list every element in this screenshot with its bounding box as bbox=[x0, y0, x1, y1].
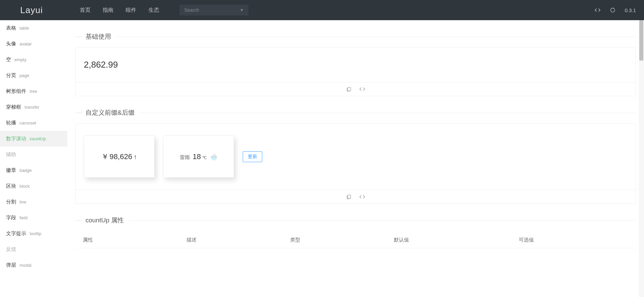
card-number: 18 bbox=[193, 152, 201, 161]
header-right: 0.3.1 bbox=[595, 7, 636, 13]
sidebar-group: 反馈 bbox=[0, 242, 67, 257]
section-title-row: 基础使用 bbox=[75, 32, 636, 41]
sidebar-label-en: field bbox=[20, 215, 28, 220]
sidebar-label-cn: 轮播 bbox=[6, 120, 16, 126]
search-wrap: ▼ bbox=[179, 5, 248, 15]
demo-box-basic: 2,862.99 bbox=[75, 47, 636, 96]
svg-rect-1 bbox=[348, 87, 351, 91]
sidebar-label-cn: 区块 bbox=[6, 183, 16, 189]
col-prop: 属性 bbox=[75, 232, 179, 248]
code-toggle-icon[interactable] bbox=[359, 87, 365, 91]
card-unit: ℃ bbox=[202, 155, 207, 160]
copy-icon[interactable] bbox=[346, 194, 352, 199]
sidebar-label-cn: 表格 bbox=[6, 25, 16, 31]
sidebar-item-field[interactable]: 字段field bbox=[0, 210, 67, 226]
sidebar-item-line[interactable]: 分割line bbox=[0, 194, 67, 210]
sidebar-item-block[interactable]: 区块block bbox=[0, 178, 67, 194]
card-prefix: 雷雨 bbox=[180, 154, 190, 161]
update-button[interactable]: 更新 bbox=[243, 151, 262, 162]
card-value: ￥98,626↑ bbox=[101, 152, 137, 162]
section-title: 自定义前缀&后缀 bbox=[86, 108, 135, 117]
sidebar-item-carousel[interactable]: 轮播carousel bbox=[0, 115, 67, 131]
header: Layui 首页 指南 组件 生态 ▼ 0.3.1 bbox=[0, 0, 644, 20]
nav-home[interactable]: 首页 bbox=[80, 7, 91, 14]
sidebar-label-en: transfer bbox=[25, 105, 39, 110]
sidebar-label-cn: 分页 bbox=[6, 72, 16, 79]
code-icon[interactable] bbox=[595, 8, 601, 12]
sidebar-label-cn: 字段 bbox=[6, 215, 16, 221]
section-prefix-suffix: 自定义前缀&后缀 ￥98,626↑ 雷雨 18℃ bbox=[75, 108, 636, 204]
title-line bbox=[129, 220, 636, 221]
demo-footer bbox=[76, 190, 636, 203]
title-dash bbox=[75, 37, 82, 37]
card-prefix: ￥ bbox=[101, 152, 109, 162]
sidebar-item-page[interactable]: 分页page bbox=[0, 68, 67, 83]
version-label: 0.3.1 bbox=[625, 7, 636, 13]
sidebar-label-cn: 空 bbox=[6, 57, 11, 63]
countup-card-weather: 雷雨 18℃ 🌧️ bbox=[163, 136, 234, 178]
countup-basic-value: 2,862.99 bbox=[84, 60, 628, 70]
top-nav: 首页 指南 组件 生态 ▼ bbox=[80, 5, 248, 15]
sidebar-label-en: tree bbox=[30, 89, 37, 94]
sidebar-item-transfer[interactable]: 穿梭框transfer bbox=[0, 99, 67, 115]
sidebar-label-en: page bbox=[20, 73, 29, 78]
sidebar-label-en: badge bbox=[20, 168, 32, 173]
sidebar-label-en: block bbox=[20, 184, 30, 189]
sidebar-item-countUp[interactable]: 数字滚动countUp bbox=[0, 131, 67, 147]
demo-footer bbox=[76, 82, 636, 96]
sidebar: 表格table头像avatar空empty分页page树形组件tree穿梭框tr… bbox=[0, 20, 67, 297]
sidebar-label-cn: 弹层 bbox=[6, 262, 16, 268]
section-basic: 基础使用 2,862.99 bbox=[75, 32, 636, 96]
moon-icon[interactable] bbox=[610, 7, 615, 13]
nav-guide[interactable]: 指南 bbox=[103, 7, 113, 14]
sidebar-item-badge[interactable]: 徽章badge bbox=[0, 162, 67, 178]
code-toggle-icon[interactable] bbox=[359, 195, 365, 199]
title-line bbox=[116, 37, 636, 37]
col-options: 可选值 bbox=[511, 232, 636, 248]
sidebar-label-cn: 树形组件 bbox=[6, 88, 26, 95]
sidebar-label-cn: 头像 bbox=[6, 41, 16, 47]
sidebar-item-tooltip[interactable]: 文字提示tooltip bbox=[0, 226, 67, 242]
demo-box-prefix-suffix: ￥98,626↑ 雷雨 18℃ 🌧️ 更新 bbox=[75, 123, 636, 204]
sidebar-label-cn: 分割 bbox=[6, 199, 16, 205]
sidebar-label-en: carousel bbox=[20, 120, 36, 125]
sidebar-label-en: empty bbox=[14, 57, 26, 62]
title-dash bbox=[75, 220, 82, 221]
card-number: 98,626 bbox=[109, 152, 132, 161]
scrollbar-thumb[interactable] bbox=[639, 20, 643, 61]
sidebar-label-en: table bbox=[20, 26, 29, 31]
card-value: 雷雨 18℃ 🌧️ bbox=[180, 152, 217, 161]
sidebar-label-en: tooltip bbox=[30, 231, 41, 236]
section-title: 基础使用 bbox=[86, 32, 111, 41]
title-line bbox=[139, 113, 636, 113]
col-desc: 描述 bbox=[179, 232, 283, 248]
logo[interactable]: Layui bbox=[20, 5, 43, 15]
copy-icon[interactable] bbox=[346, 86, 352, 92]
svg-point-0 bbox=[611, 8, 615, 12]
nav-components[interactable]: 组件 bbox=[126, 7, 136, 14]
sidebar-label-cn: 徽章 bbox=[6, 167, 16, 174]
section-props: countUp 属性 属性 描述 类型 默认值 可选值 bbox=[75, 216, 636, 248]
col-default: 默认值 bbox=[386, 232, 511, 248]
section-title-row: 自定义前缀&后缀 bbox=[75, 108, 636, 117]
search-input[interactable] bbox=[179, 5, 248, 15]
svg-rect-2 bbox=[348, 195, 351, 199]
title-dash bbox=[75, 113, 82, 113]
sidebar-label-cn: 穿梭框 bbox=[6, 104, 21, 110]
sidebar-label-en: modal bbox=[20, 263, 31, 268]
sidebar-item-tree[interactable]: 树形组件tree bbox=[0, 83, 67, 99]
table-header-row: 属性 描述 类型 默认值 可选值 bbox=[75, 232, 636, 248]
sidebar-item-modal[interactable]: 弹层modal bbox=[0, 257, 67, 273]
section-title: countUp 属性 bbox=[86, 216, 124, 225]
sidebar-item-empty[interactable]: 空empty bbox=[0, 52, 67, 68]
nav-ecology[interactable]: 生态 bbox=[148, 7, 159, 14]
sidebar-item-table[interactable]: 表格table bbox=[0, 20, 67, 36]
sidebar-label-en: avatar bbox=[20, 41, 32, 46]
arrow-up-icon: ↑ bbox=[134, 153, 137, 161]
sidebar-label-en: countUp bbox=[30, 136, 46, 141]
cards-row: ￥98,626↑ 雷雨 18℃ 🌧️ 更新 bbox=[84, 136, 628, 178]
rain-icon: 🌧️ bbox=[210, 153, 217, 161]
sidebar-label-en: line bbox=[20, 199, 26, 205]
demo-content: ￥98,626↑ 雷雨 18℃ 🌧️ 更新 bbox=[76, 123, 636, 190]
sidebar-item-avatar[interactable]: 头像avatar bbox=[0, 36, 67, 52]
